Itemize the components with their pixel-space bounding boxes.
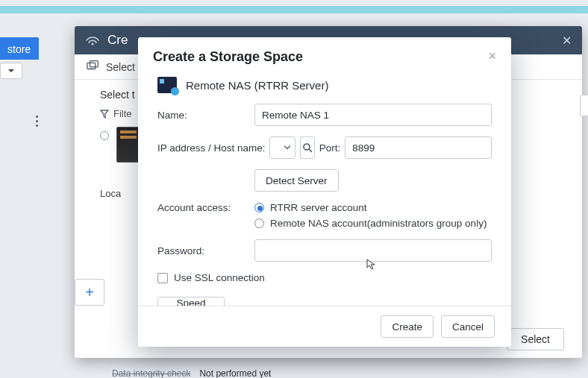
modal-subheading: Remote NAS (RTRR Server)	[138, 72, 511, 93]
svg-point-0	[91, 42, 93, 45]
cancel-button[interactable]: Cancel	[441, 315, 495, 338]
search-icon	[302, 142, 313, 153]
toolbar-select-label: Select	[106, 61, 135, 73]
row-detect: Detect Server	[157, 169, 492, 192]
kebab-menu-icon[interactable]	[36, 116, 38, 127]
add-storage-button[interactable]: +	[75, 279, 104, 306]
svg-line-4	[309, 149, 312, 152]
folders-stack-icon	[87, 60, 100, 74]
create-storage-modal: Create a Storage Space × Remote NAS (RTR…	[138, 37, 511, 347]
integrity-value: Not performed yet	[199, 368, 271, 378]
sidebar-dropdown[interactable]	[0, 63, 22, 79]
label-password: Password:	[157, 245, 254, 256]
svg-point-3	[304, 144, 310, 150]
radio-unselected-icon	[254, 218, 264, 228]
radio-unselected-icon[interactable]	[100, 131, 109, 140]
label-ssl: Use SSL connection	[174, 272, 265, 283]
funnel-icon	[100, 110, 109, 119]
name-input[interactable]	[254, 104, 492, 126]
speed-test-button[interactable]: Speed Test	[157, 297, 225, 306]
modal-footer: Create Cancel	[138, 306, 511, 347]
integrity-status-line: Data integrity check Not performed yet	[112, 368, 271, 378]
modal-title: Create a Storage Space	[153, 49, 303, 65]
label-name: Name:	[157, 110, 254, 121]
radio-remote-account[interactable]: Remote NAS account(administrators group …	[254, 218, 492, 229]
modal-header: Create a Storage Space ×	[138, 37, 511, 72]
create-button[interactable]: Create	[381, 315, 434, 338]
left-sidebar-fragment: store	[0, 37, 39, 89]
svg-rect-1	[87, 63, 96, 69]
radio-remote-label: Remote NAS account(administrators group …	[270, 218, 487, 229]
sidebar-store-button[interactable]: store	[0, 37, 39, 60]
filter-label: Filte	[113, 108, 132, 119]
search-ip-button[interactable]	[300, 136, 315, 159]
wifi-icon	[85, 34, 100, 46]
background-top-stripe	[0, 6, 588, 13]
row-name: Name:	[157, 104, 492, 126]
label-account: Account access:	[157, 202, 254, 213]
parent-select-button[interactable]: Select	[507, 328, 564, 350]
radio-selected-icon	[254, 203, 264, 212]
folders-fragment-button[interactable]: ders	[580, 95, 588, 116]
ip-combobox[interactable]	[269, 136, 295, 159]
caret-down-icon	[7, 67, 15, 75]
parent-window-close-icon[interactable]: ✕	[562, 34, 572, 48]
label-ip: IP address / Host name:	[157, 142, 269, 154]
detect-server-button[interactable]: Detect Server	[254, 169, 339, 192]
row-speed-test: Speed Test	[157, 297, 492, 306]
label-port: Port:	[319, 142, 341, 154]
integrity-label: Data integrity check	[112, 368, 190, 378]
row-password: Password:	[157, 239, 492, 262]
password-input[interactable]	[254, 239, 492, 262]
radio-rtrr-account[interactable]: RTRR server account	[254, 202, 492, 213]
row-account: Account access: RTRR server account Remo…	[157, 202, 492, 229]
port-input[interactable]	[345, 136, 492, 159]
ip-input[interactable]	[269, 136, 295, 159]
row-ssl[interactable]: Use SSL connection	[157, 272, 492, 283]
nas-device-thumbnail	[116, 127, 140, 163]
modal-form: Name: IP address / Host name: Port:	[138, 104, 511, 306]
checkbox-unchecked-icon[interactable]	[157, 273, 168, 283]
svg-rect-2	[90, 61, 98, 67]
modal-close-icon[interactable]: ×	[488, 49, 496, 63]
radio-rtrr-label: RTRR server account	[270, 202, 367, 213]
nas-heading: Remote NAS (RTRR Server)	[186, 79, 328, 92]
remote-nas-icon	[157, 77, 177, 93]
parent-window-title: Cre	[107, 33, 128, 48]
row-ip: IP address / Host name: Port:	[157, 136, 492, 159]
